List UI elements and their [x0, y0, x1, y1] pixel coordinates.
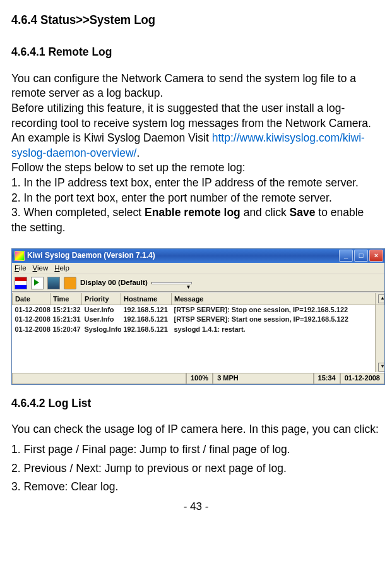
scrollbar-top[interactable]: ▴: [376, 293, 384, 305]
cell: Syslog.Info: [82, 325, 121, 334]
log-grid: Date Time Priority Hostname Message ▴ 01…: [12, 293, 384, 372]
status-mph: 3 MPH: [213, 373, 313, 384]
toolbar: Display 00 (Default): [12, 274, 384, 293]
loglist-item-1: 1. First page / Final page: Jump to firs…: [11, 442, 381, 457]
table-row[interactable]: 01-12-2008 15:21:32 User.Info 192.168.5.…: [13, 305, 384, 315]
cell: 192.168.5.121: [121, 305, 172, 315]
menu-help[interactable]: Help: [54, 264, 69, 273]
window-title: Kiwi Syslog Daemon (Version 7.1.4): [27, 251, 339, 260]
kiwi-syslog-window: Kiwi Syslog Daemon (Version 7.1.4) _ □ ×…: [11, 248, 385, 385]
paragraph: Follow the steps below to set up the rem…: [11, 160, 381, 176]
book-icon[interactable]: [47, 277, 60, 289]
status-pct: 100%: [186, 373, 213, 384]
cell: 15:21:32: [50, 305, 82, 315]
cell: [RTSP SERVER]: Stop one session, IP=192.…: [172, 305, 376, 315]
text-bold: Save: [290, 206, 316, 219]
loglist-item-3: 3. Remove: Clear log.: [11, 480, 381, 495]
section-heading: 4.6.4 Status>>System Log: [11, 11, 351, 28]
step-2: 2. In the port text box, enter the port …: [11, 191, 381, 206]
cell: User.Info: [82, 305, 121, 315]
cell: 01-12-2008: [13, 305, 50, 315]
flag-icon[interactable]: [15, 277, 27, 289]
cell: 01-12-2008: [13, 325, 50, 334]
cell: 15:20:47: [50, 325, 82, 334]
cell: syslogd 1.4.1: restart.: [172, 325, 376, 334]
text-bold: Enable remote log: [145, 206, 241, 219]
display-dropdown[interactable]: [151, 282, 192, 284]
text: 3. When completed, select: [11, 206, 145, 219]
maximize-button[interactable]: □: [354, 250, 368, 262]
status-time: 15:34: [314, 373, 340, 384]
col-hostname[interactable]: Hostname: [121, 293, 172, 305]
col-time[interactable]: Time: [50, 293, 82, 305]
text: .: [136, 147, 140, 159]
cell: 192.168.5.121: [121, 315, 172, 324]
paragraph: Before utilizing this feature, it is sug…: [11, 101, 381, 161]
step-3: 3. When completed, select Enable remote …: [11, 205, 381, 235]
status-date: 01-12-2008: [340, 373, 384, 384]
text: and click: [241, 206, 290, 219]
status-empty: [12, 373, 186, 384]
cell: 192.168.5.121: [121, 325, 172, 334]
paragraph: You can configure the Network Camera to …: [11, 71, 381, 101]
subsection-2-heading: 4.6.4.2 Log List: [11, 396, 381, 411]
titlebar[interactable]: Kiwi Syslog Daemon (Version 7.1.4) _ □ ×: [12, 249, 384, 263]
scrollbar[interactable]: ▾: [376, 305, 384, 372]
cell: User.Info: [82, 315, 121, 324]
statusbar: 100% 3 MPH 15:34 01-12-2008: [12, 372, 384, 384]
empty-area: [13, 334, 384, 372]
minimize-button[interactable]: _: [339, 250, 353, 262]
col-date[interactable]: Date: [13, 293, 50, 305]
step-1: 1. In the IP address text box, enter the…: [11, 176, 381, 191]
table-row[interactable]: 01-12-2008 15:20:47 Syslog.Info 192.168.…: [13, 325, 384, 334]
cell: [RTSP SERVER]: Start one session, IP=192…: [172, 315, 376, 324]
app-icon: [15, 251, 25, 261]
loglist-item-2: 2. Previous / Next: Jump to previous or …: [11, 461, 381, 476]
subsection-1-heading: 4.6.4.1 Remote Log: [11, 45, 381, 60]
table-row[interactable]: 01-12-2008 15:21:31 User.Info 192.168.5.…: [13, 315, 384, 324]
page-number: - 43 -: [11, 500, 381, 514]
menu-view[interactable]: View: [33, 264, 49, 273]
display-label: Display 00 (Default): [80, 279, 148, 288]
cell: 01-12-2008: [13, 315, 50, 324]
play-icon[interactable]: [31, 277, 44, 289]
col-message[interactable]: Message: [172, 293, 376, 305]
cell: 15:21:31: [50, 315, 82, 324]
menubar: File View Help: [12, 263, 384, 275]
paragraph: You can check the usage log of IP camera…: [11, 422, 381, 437]
col-priority[interactable]: Priority: [82, 293, 121, 305]
connector-icon[interactable]: [64, 277, 76, 289]
close-button[interactable]: ×: [369, 250, 383, 262]
menu-file[interactable]: File: [15, 264, 27, 273]
